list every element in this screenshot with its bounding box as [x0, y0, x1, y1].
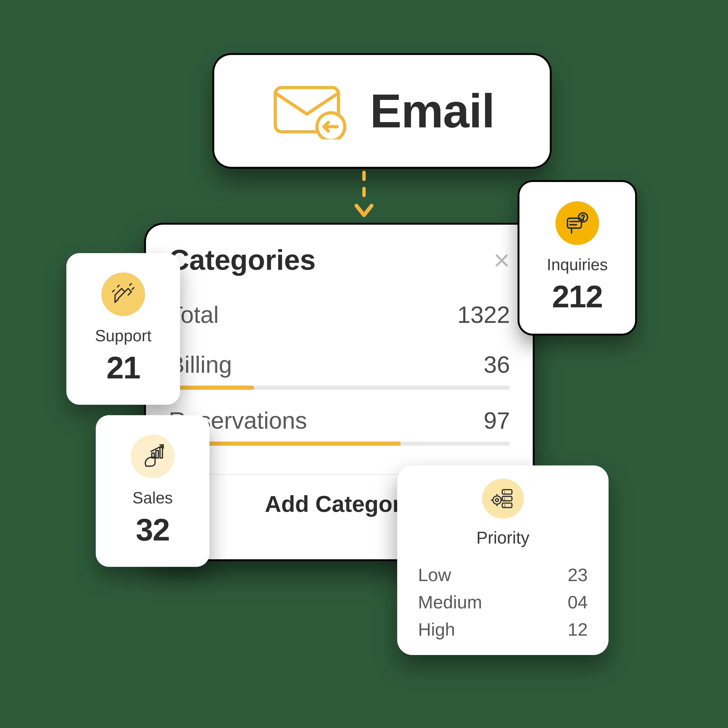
priority-value: 12 [567, 619, 588, 640]
priority-icon: 1 2 3 [482, 479, 524, 518]
svg-point-9 [583, 219, 584, 220]
priority-label: Medium [418, 592, 482, 613]
support-icon [101, 272, 145, 316]
svg-text:3: 3 [503, 504, 505, 508]
support-card[interactable]: Support 21 [66, 253, 180, 405]
priority-row: Low 23 [418, 564, 588, 585]
svg-text:1: 1 [503, 490, 505, 494]
priority-row: High 12 [418, 619, 588, 640]
panel-title: Categories [169, 244, 316, 277]
card-value: 212 [552, 279, 603, 315]
sales-card[interactable]: Sales 32 [96, 415, 210, 567]
svg-point-17 [496, 499, 499, 502]
category-value: 36 [483, 351, 510, 378]
priority-value: 23 [567, 564, 588, 585]
sales-icon [131, 434, 174, 478]
svg-rect-4 [160, 447, 162, 458]
total-value: 1322 [457, 301, 510, 328]
category-value: 97 [483, 407, 510, 434]
category-row[interactable]: Reservations 97 [169, 407, 510, 446]
connector-arrow-icon [357, 171, 371, 220]
email-card: Email [214, 55, 550, 167]
progress-bar [169, 442, 510, 446]
svg-rect-3 [156, 450, 158, 458]
card-label: Sales [133, 489, 173, 507]
category-row[interactable]: Billing 36 [169, 351, 510, 390]
inquiries-icon [555, 201, 599, 245]
svg-text:2: 2 [503, 497, 505, 501]
card-label: Inquiries [547, 255, 608, 274]
close-icon[interactable]: × [493, 246, 510, 274]
priority-value: 04 [567, 592, 588, 613]
priority-label: Low [418, 564, 451, 585]
priority-label: High [418, 619, 455, 640]
card-value: 32 [136, 512, 170, 548]
email-label: Email [370, 84, 495, 138]
priority-row: Medium 04 [418, 592, 588, 613]
card-label: Support [95, 326, 151, 345]
priority-title: Priority [476, 528, 529, 548]
total-row: Total 1322 [169, 301, 510, 328]
email-reply-icon [269, 83, 349, 139]
progress-bar [169, 385, 510, 390]
card-value: 21 [106, 350, 140, 385]
priority-card[interactable]: 1 2 3 Priority Low 23 Medium 04 High 12 [397, 465, 609, 655]
inquiries-card[interactable]: Inquiries 212 [520, 182, 635, 334]
svg-point-16 [493, 496, 501, 504]
